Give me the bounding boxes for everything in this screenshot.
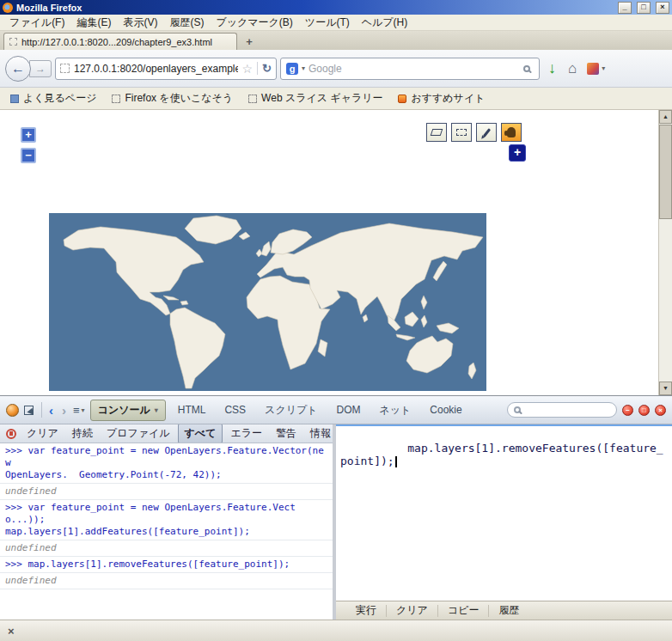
bookmark-star-icon[interactable]: ☆	[242, 62, 254, 76]
copy-button[interactable]: コピー	[438, 601, 489, 620]
tab-strip: http://127.0.0.1:8020...209/chapter9_ex3…	[0, 31, 672, 50]
console-entry: undefined	[0, 484, 333, 500]
command-editor-pane: map.layers[1].removeFeatures([feature_po…	[336, 424, 672, 620]
bookmark-item-most-visited[interactable]: よく見るページ	[7, 89, 100, 107]
customize-icon	[587, 63, 599, 75]
bookmark-label: よく見るページ	[23, 91, 96, 106]
history-button[interactable]: 履歴	[489, 601, 528, 620]
bookmark-page-icon	[248, 95, 257, 103]
scroll-down-icon[interactable]: ▼	[659, 382, 672, 395]
search-bar[interactable]: g ▾ Google	[280, 58, 540, 80]
dashed-box-icon	[456, 129, 467, 136]
pencil-icon	[482, 128, 490, 137]
bookmark-page-icon	[112, 95, 120, 103]
panel-options-button[interactable]: ≡ ▾	[73, 404, 85, 417]
hand-icon	[507, 127, 516, 137]
home-button[interactable]: ⌂	[565, 60, 580, 77]
console-profile-button[interactable]: プロファイル	[101, 424, 176, 443]
tab-script[interactable]: スクリプト	[258, 400, 324, 420]
run-button[interactable]: 実行	[346, 601, 386, 620]
menu-item-history[interactable]: 履歴(S)	[163, 14, 210, 32]
console-entry: undefined	[0, 540, 333, 557]
modify-feature-tool-button[interactable]	[451, 123, 472, 142]
addon-bar-close-icon[interactable]: ×	[8, 625, 15, 638]
menu-item-view[interactable]: 表示(V)	[117, 14, 163, 32]
search-engine-icon[interactable]: g	[286, 63, 298, 75]
scrollbar-thumb[interactable]	[659, 125, 672, 219]
map-add-button[interactable]: +	[509, 144, 526, 162]
maximize-button[interactable]: □	[637, 2, 651, 14]
forward-button[interactable]: →	[29, 60, 52, 77]
firebug-menu-icon[interactable]	[6, 404, 19, 417]
new-tab-button[interactable]: +	[240, 34, 259, 50]
menu-item-tools[interactable]: ツール(T)	[299, 14, 356, 32]
customize-button[interactable]: ▾	[583, 63, 608, 75]
options-caret-icon: ▾	[82, 406, 85, 414]
titlebar[interactable]: Mozilla Firefox _ □ ×	[0, 0, 672, 15]
tab-net[interactable]: ネット	[373, 400, 418, 420]
search-engine-caret-icon[interactable]: ▾	[302, 64, 305, 72]
bookmark-label: Firefox を使いこなそう	[125, 91, 233, 106]
tab-console-label: コンソール	[98, 403, 150, 418]
bookmark-item-suggested-sites[interactable]: おすすめサイト	[394, 89, 488, 107]
url-bar[interactable]: 127.0.0.1:8020/openlayers_example/Ch ☆ ↻	[55, 58, 277, 80]
menu-item-help[interactable]: ヘルプ(H)	[356, 14, 414, 32]
menu-item-file[interactable]: ファイル(F)	[3, 14, 70, 32]
break-on-all-errors-icon[interactable]	[6, 429, 16, 439]
console-entry: >>> var feature_point = new OpenLayers.F…	[0, 500, 333, 540]
list-icon: ≡	[73, 404, 80, 417]
map-zoom-in-button[interactable]: +	[21, 127, 36, 143]
menu-item-edit[interactable]: 編集(E)	[70, 14, 117, 32]
inspect-element-icon[interactable]	[24, 406, 34, 415]
bookmark-folder-icon	[10, 95, 19, 103]
filter-info-button[interactable]: 情報	[304, 424, 333, 443]
filter-errors-button[interactable]: エラー	[224, 424, 268, 443]
firebug-search-input[interactable]	[507, 402, 617, 418]
firebug-close-button[interactable]: ×	[655, 405, 666, 416]
firebug-main: クリア 持続 プロファイル すべて エラー 警告 情報 >>> var feat…	[0, 424, 672, 620]
search-input[interactable]: Google	[309, 63, 520, 75]
console-log-list[interactable]: >>> var feature_point = new OpenLayers.F…	[0, 443, 333, 620]
text-caret-icon	[395, 456, 397, 467]
tab-html[interactable]: HTML	[171, 401, 213, 418]
tab-console[interactable]: コンソール ▾	[90, 400, 166, 421]
page-scrollbar[interactable]: ▲ ▼	[658, 110, 672, 395]
menubar: ファイル(F) 編集(E) 表示(V) 履歴(S) ブックマーク(B) ツール(…	[0, 15, 672, 31]
tab-active[interactable]: http://127.0.0.1:8020...209/chapter9_ex3…	[3, 33, 237, 50]
polygon-icon	[431, 129, 443, 136]
command-editor[interactable]: map.layers[1].removeFeatures([feature_po…	[336, 426, 672, 601]
map-zoom-out-button[interactable]: −	[21, 148, 36, 163]
console-clear-button[interactable]: クリア	[21, 424, 64, 443]
tab-cookie[interactable]: Cookie	[423, 401, 468, 418]
menu-item-bookmarks[interactable]: ブックマーク(B)	[210, 14, 298, 32]
close-button[interactable]: ×	[656, 2, 669, 14]
reload-icon[interactable]: ↻	[257, 62, 272, 75]
clear-button[interactable]: クリア	[387, 601, 437, 620]
firebug-minimize-button[interactable]: −	[622, 405, 633, 416]
downloads-button[interactable]: ↓	[543, 59, 561, 77]
bookmark-item-web-slice-gallery[interactable]: Web スライス ギャラリー	[245, 89, 386, 107]
map-editing-toolbar	[426, 123, 522, 142]
window-title: Mozilla Firefox	[16, 3, 613, 13]
pan-tool-button[interactable]	[501, 123, 522, 142]
addon-bar: ×	[0, 620, 672, 641]
scroll-up-icon[interactable]: ▲	[659, 110, 672, 124]
filter-warnings-button[interactable]: 警告	[270, 424, 302, 443]
bookmark-rss-icon	[398, 95, 406, 103]
tab-css[interactable]: CSS	[217, 401, 253, 418]
draw-polygon-tool-button[interactable]	[426, 123, 447, 142]
filter-all-button[interactable]: すべて	[178, 424, 223, 443]
bookmark-item-getting-started[interactable]: Firefox を使いこなそう	[108, 89, 236, 107]
firebug-maximize-button[interactable]: □	[638, 405, 650, 416]
console-persist-button[interactable]: 持続	[66, 424, 99, 443]
search-icon[interactable]	[523, 65, 530, 72]
firebug-back-icon[interactable]: ‹	[47, 403, 55, 418]
tab-dom[interactable]: DOM	[330, 401, 368, 418]
minimize-button[interactable]: _	[618, 2, 632, 14]
url-text[interactable]: 127.0.0.1:8020/openlayers_example/Ch	[74, 63, 238, 75]
firebug-forward-icon[interactable]: ›	[60, 403, 68, 418]
firefox-icon	[3, 3, 13, 13]
world-map[interactable]	[49, 213, 486, 391]
draw-point-tool-button[interactable]	[476, 123, 497, 142]
back-button[interactable]: ←	[5, 56, 31, 82]
